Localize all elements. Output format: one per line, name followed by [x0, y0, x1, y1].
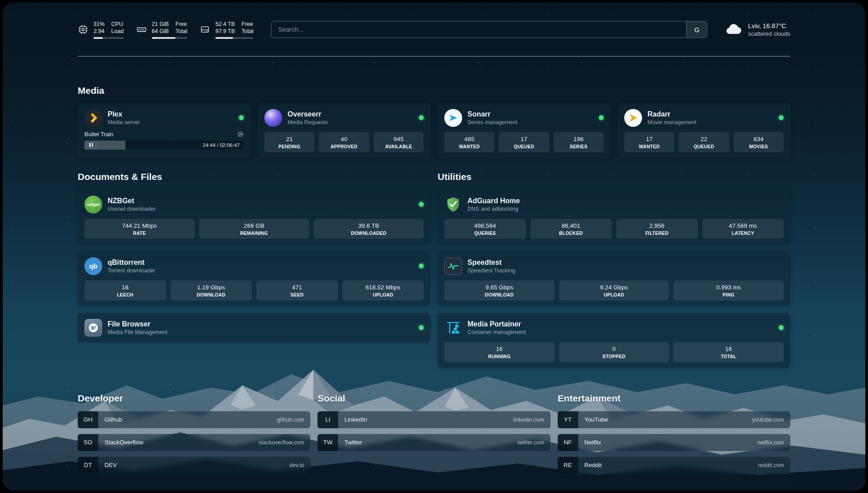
cpu-widget: 31% 2.94 CPU Load — [78, 21, 124, 39]
bookmark-domain: reddit.com — [758, 462, 784, 468]
disk-usage-bar — [215, 37, 253, 39]
page-content: 31% 2.94 CPU Load — [3, 3, 865, 490]
service-name: Media Portainer — [467, 320, 526, 328]
section-utilities: Utilities — [438, 171, 790, 368]
bookmark-abbr: LI — [317, 411, 338, 428]
bookmark-stackoverflow[interactable]: SO StackOverflow stackoverflow.com — [78, 434, 310, 451]
service-card-overseerr[interactable]: Overseerr Media Requests 21 PENDING 40 A… — [258, 103, 430, 158]
status-dot — [779, 115, 784, 120]
search-engine-button[interactable]: G — [686, 21, 707, 38]
progress-fill — [98, 141, 125, 150]
service-card-plex[interactable]: Plex Media server Bullet Train — [78, 103, 250, 158]
speedtest-icon — [444, 257, 462, 275]
service-name: File Browser — [108, 320, 167, 328]
cpu-load: 2.94 — [94, 28, 104, 35]
filebrowser-icon — [84, 319, 102, 337]
service-name: NZBGet — [108, 196, 156, 205]
service-name: Radarr — [647, 110, 697, 118]
bookmark-name: Twitter — [344, 439, 362, 446]
weather-condition: scattered clouds — [748, 30, 790, 37]
service-card-radarr[interactable]: Radarr Movie management 17 WANTED 22 QUE… — [618, 103, 790, 158]
cpu-label-top: CPU — [111, 21, 124, 28]
weather-location-temp: Lviv, 16.87°C — [748, 22, 790, 29]
service-name: Sonarr — [467, 110, 517, 118]
bookmark-domain: stackoverflow.com — [259, 439, 304, 446]
service-card-adguard[interactable]: AdGuard Home DNS and adblocking 498,564 … — [438, 190, 790, 245]
bookmarks-entertainment: Entertainment YT YouTube youtube.com NF … — [558, 393, 790, 474]
search-input[interactable] — [271, 21, 686, 38]
service-card-speedtest[interactable]: Speedtest Speedtest Tracking 9.65 Gbps D… — [438, 251, 790, 306]
section-title-social: Social — [317, 393, 550, 404]
memory-label-top: Free — [175, 21, 187, 28]
stat-ping: 0.993 ms PING — [673, 280, 784, 301]
service-card-portainer[interactable]: Media Portainer Container management 16 … — [438, 313, 790, 368]
cpu-usage-bar — [93, 37, 124, 39]
top-bar: 31% 2.94 CPU Load — [78, 21, 790, 39]
service-card-nzbget[interactable]: nzbget NZBGet Usenet downloader 744.21 M… — [78, 190, 430, 245]
section-documents: Documents & Files nzbget NZBGet Usenet d… — [78, 171, 430, 368]
disk-free: 52.4 TB — [215, 21, 235, 28]
bookmark-name: YouTube — [584, 416, 608, 423]
search-bar: G — [271, 21, 707, 38]
service-subtitle: DNS and adblocking — [467, 206, 520, 212]
stat-blocked: 86,401 BLOCKED — [530, 219, 612, 239]
stat-pending: 21 PENDING — [264, 132, 314, 152]
stat-approved: 40 APPROVED — [319, 132, 369, 152]
service-name: Plex — [108, 110, 140, 118]
bookmark-reddit[interactable]: RE Reddit reddit.com — [558, 457, 790, 474]
memory-total: 64 GiB — [152, 28, 169, 35]
service-name: Overseerr — [288, 110, 328, 118]
section-title-media: Media — [78, 85, 790, 96]
service-subtitle: Speedtest Tracking — [467, 267, 515, 274]
stat-stopped: 0 STOPPED — [559, 342, 669, 362]
bookmark-dev[interactable]: DT DEV dev.to — [78, 457, 310, 474]
bookmark-domain: twitter.com — [517, 439, 544, 446]
stat-running: 16 RUNNING — [444, 342, 555, 362]
bookmark-abbr: YT — [558, 411, 578, 428]
service-subtitle: Torrent downloader — [108, 267, 155, 274]
bookmarks-social: Social LI LinkedIn linkedin.com TW Twitt… — [317, 393, 550, 474]
sonarr-icon — [444, 109, 462, 127]
status-dot — [599, 115, 604, 120]
bookmark-linkedin[interactable]: LI LinkedIn linkedin.com — [317, 411, 550, 428]
service-name: AdGuard Home — [467, 196, 520, 205]
service-card-filebrowser[interactable]: File Browser Media File Management — [78, 313, 430, 343]
service-card-sonarr[interactable]: Sonarr Series management 485 WANTED 17 Q… — [438, 103, 610, 158]
stat-queued: 22 QUEUED — [679, 132, 729, 152]
bookmark-name: DEV — [104, 462, 117, 468]
bookmark-netflix[interactable]: NF Netflix netflix.com — [558, 434, 790, 451]
pause-icon — [84, 141, 98, 150]
status-dot — [239, 115, 244, 120]
qbittorrent-icon: qb — [84, 257, 102, 275]
system-resources: 31% 2.94 CPU Load — [78, 21, 253, 39]
nzbget-icon: nzbget — [84, 196, 102, 213]
dashboard-screen: 31% 2.94 CPU Load — [3, 3, 865, 490]
bookmark-github[interactable]: GH Github github.com — [78, 411, 310, 428]
service-card-qbittorrent[interactable]: qb qBittorrent Torrent downloader 16 LEE… — [78, 251, 430, 306]
stat-movies: 834 MOVIES — [734, 132, 784, 152]
bookmark-abbr: TW — [317, 434, 338, 451]
bookmark-twitter[interactable]: TW Twitter twitter.com — [317, 434, 550, 451]
disk-widget: 52.4 TB 97.9 TB Free Total — [200, 21, 253, 39]
stat-series: 196 SERIES — [554, 132, 604, 152]
bookmarks-developer: Developer GH Github github.com SO StackO… — [78, 393, 310, 474]
bookmark-domain: linkedin.com — [513, 417, 544, 423]
bookmark-name: StackOverflow — [104, 439, 143, 446]
stat-seed: 471 SEED — [256, 280, 338, 301]
service-subtitle: Media Requests — [288, 119, 328, 125]
gear-icon[interactable] — [237, 131, 244, 138]
service-name: Speedtest — [467, 258, 515, 267]
disk-total: 97.9 TB — [215, 28, 235, 35]
status-dot — [419, 325, 424, 330]
playback-progress: 24:44 / 02:06:47 — [84, 141, 244, 150]
status-dot — [419, 263, 424, 268]
bookmark-domain: youtube.com — [752, 417, 784, 423]
bookmark-name: LinkedIn — [344, 416, 367, 423]
bookmark-abbr: GH — [78, 411, 98, 428]
plex-icon — [84, 109, 102, 127]
stat-upload: 9.24 Gbps UPLOAD — [559, 280, 669, 301]
cpu-percent: 31% — [93, 21, 104, 28]
stat-latency: 47.569 ms LATENCY — [702, 219, 784, 239]
bookmark-youtube[interactable]: YT YouTube youtube.com — [558, 411, 790, 428]
stat-rate: 744.21 Mbps RATE — [84, 219, 195, 239]
